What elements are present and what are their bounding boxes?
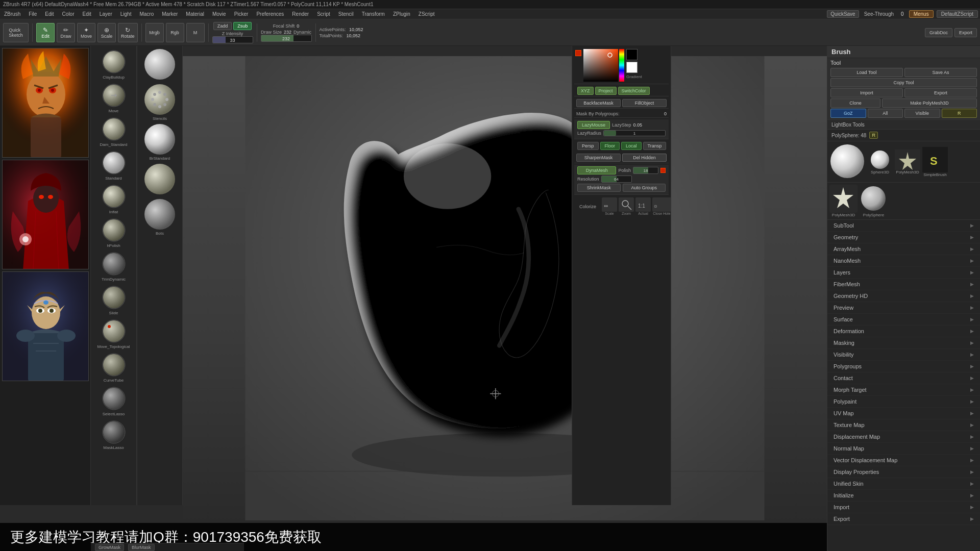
sharpenmask-btn[interactable]: SharpenMask <box>576 154 621 162</box>
mrgb-btn[interactable]: Mrgb <box>145 23 164 42</box>
see-through-label[interactable]: See-Through <box>862 11 896 17</box>
goz-btn[interactable]: GoZ <box>830 109 866 118</box>
quick-sketch-btn[interactable]: QuickSketch <box>3 23 29 42</box>
color-indicator[interactable] <box>575 50 581 56</box>
hpolish-brush[interactable]: hPolish <box>93 216 134 249</box>
morph-target-item[interactable]: Morph Target ▶ <box>827 384 980 396</box>
menus-btn[interactable]: Menus <box>909 10 934 18</box>
menu-edit2[interactable]: Edit <box>81 11 93 17</box>
move-topological-brush[interactable]: Move_Topological <box>93 317 134 350</box>
scale-btn[interactable]: ⊕ Scale <box>97 23 116 42</box>
all-btn[interactable]: All <box>868 109 903 118</box>
visibility-item[interactable]: Visibility ▶ <box>827 349 980 361</box>
arraymesh-item[interactable]: ArrayMesh ▶ <box>827 243 980 255</box>
xyz-btn[interactable]: XYZ <box>577 87 594 95</box>
edit-btn[interactable]: ✎ Edit <box>36 23 55 42</box>
fibermesh-item[interactable]: FiberMesh ▶ <box>827 279 980 290</box>
menu-light[interactable]: Light <box>118 11 134 17</box>
export-item[interactable]: Export ▶ <box>827 513 980 525</box>
main-sphere-preview[interactable] <box>829 143 865 180</box>
menu-render[interactable]: Render <box>290 11 311 17</box>
palette-sphere-2[interactable]: Stencils <box>143 83 177 121</box>
lazymouse-btn[interactable]: LazyMouse <box>577 121 610 129</box>
r-btn[interactable]: R <box>942 109 977 118</box>
color-gradient[interactable] <box>583 49 624 82</box>
white-swatch[interactable] <box>626 62 638 73</box>
export-tool-btn[interactable]: Export <box>904 88 977 97</box>
move-brush[interactable]: Move <box>93 82 134 114</box>
menu-file[interactable]: File <box>27 11 39 17</box>
del-hidden-btn[interactable]: Del Hidden <box>622 154 667 162</box>
menu-zplugin[interactable]: ZPlugin <box>391 11 412 17</box>
standard-brush[interactable]: Standard <box>93 149 134 182</box>
display-properties-item[interactable]: Display Properties ▶ <box>827 466 980 478</box>
import-item[interactable]: Import ▶ <box>827 502 980 513</box>
scale-canvas-btn[interactable]: ⇔ Scale <box>602 197 617 215</box>
menu-color[interactable]: Color <box>60 11 77 17</box>
local-btn[interactable]: Local <box>621 142 642 150</box>
sphere3d-btn[interactable]: Sphere3D <box>867 149 893 174</box>
texture-map-item[interactable]: Texture Map ▶ <box>827 419 980 431</box>
actual-btn[interactable]: 1:1 Actual <box>635 197 651 215</box>
make-polymesh-btn[interactable]: Make PolyMesh3D <box>882 98 977 108</box>
polymesh3d-btn[interactable]: PolyMesh3D <box>895 149 920 174</box>
default-zscript-btn[interactable]: DefaultZScript <box>937 10 978 18</box>
draw-btn[interactable]: ✏ Draw <box>57 23 75 42</box>
palette-sphere-3[interactable] <box>143 163 177 196</box>
palette-sphere-1[interactable] <box>143 48 177 81</box>
dam-standard-brush[interactable]: Dam_Standard <box>93 115 134 148</box>
switch-color-btn[interactable]: SwitchColor <box>618 87 650 95</box>
menu-material[interactable]: Material <box>184 11 206 17</box>
displacement-map-item[interactable]: Displacement Map ▶ <box>827 431 980 443</box>
thumbnail-elf[interactable] <box>2 271 89 381</box>
clone-btn[interactable]: Clone <box>830 98 880 108</box>
polish-toggle[interactable] <box>660 168 666 173</box>
menu-picker[interactable]: Picker <box>232 11 251 17</box>
inflat-brush[interactable]: Inflat <box>93 183 134 215</box>
trimdynamic-brush[interactable]: TrimDynamic <box>93 250 134 283</box>
lazyradius-slider[interactable]: 1 <box>603 130 666 136</box>
unified-skin-item[interactable]: Unified Skin ▶ <box>827 478 980 490</box>
auto-groups-btn[interactable]: Auto Groups <box>623 184 666 192</box>
surface-item[interactable]: Surface ▶ <box>827 314 980 325</box>
geometry-item[interactable]: Geometry ▶ <box>827 232 980 243</box>
m-btn[interactable]: M <box>186 23 205 42</box>
masking-item[interactable]: Masking ▶ <box>827 337 980 349</box>
thumbnail-red-cloak[interactable] <box>2 160 89 269</box>
copy-tool-btn[interactable]: Copy Tool <box>830 78 977 87</box>
resolution-slider[interactable]: 64 <box>601 176 632 183</box>
menu-preferences[interactable]: Preferences <box>254 11 286 17</box>
blurmask-btn[interactable]: BlurMask <box>128 544 155 551</box>
menu-script[interactable]: Script <box>315 11 332 17</box>
thumbnail-warrior[interactable] <box>2 48 89 158</box>
geometry-hd-item[interactable]: Geometry HD ▶ <box>827 290 980 302</box>
polish-slider[interactable]: 18 <box>633 167 658 174</box>
export-btn[interactable]: Export <box>954 28 977 37</box>
nanomesh-item[interactable]: NanoMesh ▶ <box>827 255 980 267</box>
preview-item[interactable]: Preview ▶ <box>827 302 980 314</box>
black-swatch[interactable] <box>626 49 638 60</box>
growmask-btn[interactable]: GrowMask <box>95 544 124 551</box>
polysphere-btn[interactable]: PolySphere <box>860 185 888 217</box>
import-tool-btn[interactable]: Import <box>830 88 903 97</box>
menu-macro[interactable]: Macro <box>137 11 156 17</box>
save-as-btn[interactable]: Save As <box>904 68 977 77</box>
subtool-item[interactable]: SubTool ▶ <box>827 220 980 232</box>
palette-sphere-4[interactable]: Bots <box>143 198 177 236</box>
curvetube-brush[interactable]: CurveTube <box>93 351 134 384</box>
contact-item[interactable]: Contact ▶ <box>827 372 980 384</box>
load-tool-btn[interactable]: Load Tool <box>830 68 903 77</box>
menu-zbrush[interactable]: ZBrush <box>2 11 22 17</box>
z-intensity-slider[interactable]: 33 <box>212 36 253 43</box>
fill-object-btn[interactable]: FillObject <box>622 99 667 107</box>
floor-btn[interactable]: Floor <box>600 142 620 150</box>
rgb-btn[interactable]: Rgb <box>166 23 184 42</box>
persp-btn[interactable]: Persp <box>577 142 599 150</box>
slide-brush[interactable]: Slide <box>93 284 134 316</box>
rotate-btn[interactable]: ↻ Rotate <box>118 23 138 42</box>
initialize-item[interactable]: Initialize ▶ <box>827 490 980 502</box>
selectlasso-brush[interactable]: SelectLasso <box>93 385 134 417</box>
menu-edit[interactable]: Edit <box>43 11 56 17</box>
vector-displacement-item[interactable]: Vector Displacement Map ▶ <box>827 455 980 466</box>
polymesh3d-star-btn[interactable]: PolyMesh3D <box>829 185 857 217</box>
